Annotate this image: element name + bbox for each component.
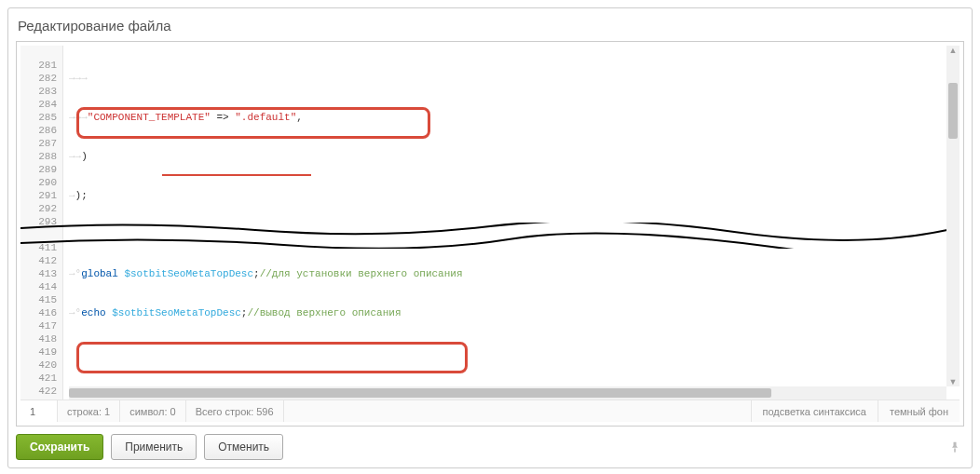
highlight-underline [162,174,311,176]
pin-icon[interactable] [949,441,964,453]
horizontal-scrollbar[interactable] [69,386,946,400]
syntax-highlight-toggle[interactable]: подсветка синтаксиса [751,400,878,422]
apply-button[interactable]: Применить [111,434,197,460]
status-line-number: 1 [20,400,58,422]
cancel-button[interactable]: Отменить [204,434,283,460]
footer-bar: Сохранить Применить Отменить [16,427,964,460]
dark-theme-toggle[interactable]: темный фон [878,400,960,422]
vertical-scrollbar[interactable]: ▲ ▼ [946,46,960,386]
line-gutter: 281 282 283 284 285 286 287 288 289 290 … [20,46,63,400]
save-button[interactable]: Сохранить [16,434,103,460]
page-title: Редактирование файла [16,14,964,41]
code-editor[interactable]: 281 282 283 284 285 286 287 288 289 290 … [16,41,964,427]
status-col-label: символ: 0 [120,400,185,422]
status-bar: 1 строка: 1 символ: 0 Всего строк: 596 п… [20,400,960,422]
code-viewport[interactable]: 281 282 283 284 285 286 287 288 289 290 … [20,46,960,400]
status-line-label: строка: 1 [58,400,120,422]
code-content[interactable]: →→→ →→→"COMPONENT_TEMPLATE" => ".default… [69,46,946,386]
editor-panel: Редактирование файла 281 282 283 284 285… [7,7,973,468]
status-total-label: Всего строк: 596 [186,400,284,422]
